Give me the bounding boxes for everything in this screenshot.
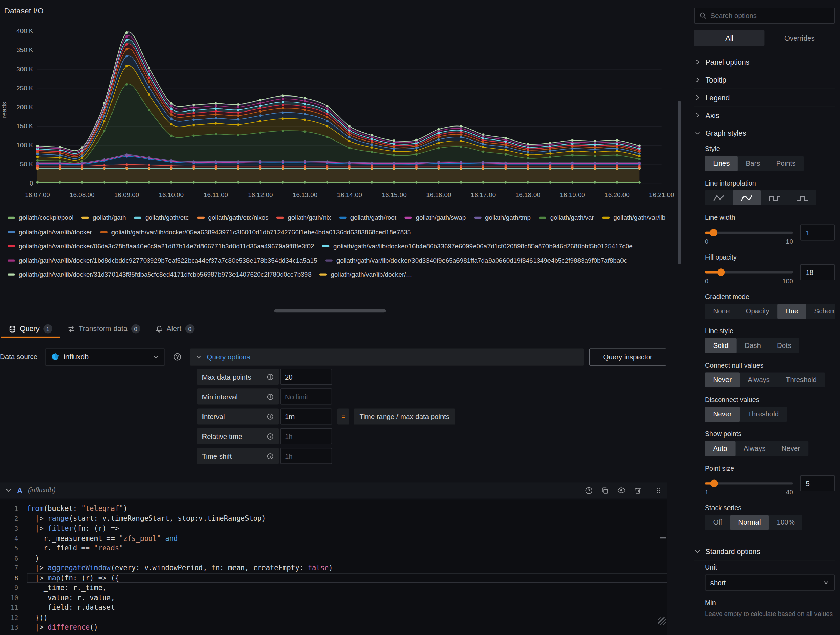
eye-icon[interactable] [617, 486, 625, 494]
legend-item[interactable]: goliath/gath/var/lib/docker/16b4e86b3369… [322, 240, 633, 252]
legend-item[interactable]: goliath/gath/var/lib/docker [8, 226, 92, 238]
code-line[interactable]: 6 ) [0, 553, 668, 563]
slider-track[interactable] [705, 482, 793, 484]
chevron-down-icon [695, 548, 701, 555]
slider-track[interactable] [705, 232, 793, 234]
query-option-input-relative-time[interactable]: 1h [280, 428, 332, 444]
pane-splitter-handle[interactable] [275, 309, 386, 313]
step-before-interpolation-option[interactable] [761, 190, 788, 205]
option-off[interactable]: Off [705, 515, 730, 530]
code-line[interactable]: 8 |> map(fn: (r) => ({ [0, 573, 668, 583]
code-line[interactable]: 1from(bucket: "telegraf") [0, 504, 668, 513]
slider-value-input[interactable]: 5 [801, 475, 835, 491]
option-threshold[interactable]: Threshold [778, 373, 825, 387]
tab-query[interactable]: Query1 [1, 320, 60, 338]
query-inspector-button[interactable]: Query inspector [589, 348, 666, 365]
option-hue[interactable]: Hue [777, 304, 806, 319]
option-none[interactable]: None [705, 304, 738, 319]
select-unit[interactable]: short [705, 575, 835, 591]
query-options-toggle[interactable]: Query options [189, 348, 584, 365]
options-tab-overrides[interactable]: Overrides [764, 30, 835, 46]
slider-handle[interactable] [710, 229, 718, 236]
options-search-box[interactable] [695, 8, 835, 24]
options-tab-all[interactable]: All [695, 30, 765, 46]
section-header-tooltip[interactable]: Tooltip [695, 71, 835, 89]
option-always[interactable]: Always [740, 373, 778, 387]
option-100[interactable]: 100% [769, 515, 802, 530]
legend-item[interactable]: goliath/gath/var/lib/docker/30d3340f9e65… [325, 254, 627, 266]
section-header-axis[interactable]: Axis [695, 107, 835, 125]
left-pane-scrollbar[interactable] [678, 101, 681, 264]
legend-item[interactable]: goliath/gath/etc [134, 212, 189, 224]
legend-item[interactable]: goliath/gath/var/lib [602, 212, 665, 224]
section-header-graph-styles[interactable]: Graph styles [695, 125, 835, 142]
trash-icon[interactable] [634, 486, 642, 494]
legend-item[interactable]: goliath/gath/var [539, 212, 594, 224]
option-opacity[interactable]: Opacity [738, 304, 777, 319]
option-dash[interactable]: Dash [737, 338, 769, 353]
editor-resize-handle[interactable] [658, 617, 666, 626]
step-after-interpolation-option[interactable] [788, 190, 816, 205]
code-line[interactable]: 4 r._measurement == "zfs_pool" and [0, 533, 668, 543]
code-line[interactable]: 5 r._field == "reads" [0, 543, 668, 553]
datasource-picker[interactable]: influxdb [45, 348, 165, 365]
query-option-input-max-data-points[interactable]: 20 [280, 369, 332, 385]
copy-icon[interactable] [601, 486, 609, 494]
section-header-standard-options[interactable]: Standard options [695, 543, 835, 561]
legend-item-clipped[interactable]: goliath/gath/var/lib/docker/… [319, 269, 412, 281]
section-header-panel-options[interactable]: Panel options [695, 54, 835, 71]
code-line[interactable]: 12 })) [0, 613, 668, 623]
tab-transform-data[interactable]: Transform data0 [60, 320, 148, 338]
option-auto[interactable]: Auto [705, 441, 735, 456]
smooth-interpolation-option[interactable] [733, 190, 761, 205]
legend-item[interactable]: goliath/gath/var/lib/docker/1bd8dcbddc92… [8, 254, 317, 266]
legend-item[interactable]: goliath/gath/var/lib/docker/06da3c78b8aa… [8, 240, 314, 252]
question-circle-icon[interactable] [585, 486, 593, 494]
option-lines[interactable]: Lines [705, 156, 738, 171]
legend-item[interactable]: goliath/gath/swap [405, 212, 466, 224]
slider-track[interactable] [705, 271, 793, 273]
slider-value-input[interactable]: 18 [801, 264, 835, 280]
option-threshold[interactable]: Threshold [740, 407, 787, 422]
legend-item[interactable]: goliath/gath/tmp [474, 212, 531, 224]
drag-handle-icon[interactable] [655, 486, 662, 494]
legend-item[interactable]: goliath/gath/var/lib/docker/31d370143f85… [8, 269, 312, 281]
legend-item[interactable]: goliath/gath/nix [276, 212, 331, 224]
option-solid[interactable]: Solid [705, 338, 737, 353]
option-normal[interactable]: Normal [730, 515, 769, 530]
option-always[interactable]: Always [735, 441, 774, 456]
legend-item[interactable]: goliath/gath/root [339, 212, 396, 224]
legend-item[interactable]: goliath/gath/var/lib/docker/05ea63894397… [100, 226, 411, 238]
code-line[interactable]: 13 |> difference() [0, 623, 668, 633]
option-never[interactable]: Never [774, 441, 808, 456]
code-line[interactable]: 7 |> aggregateWindow(every: v.windowPeri… [0, 563, 668, 573]
query-row-header[interactable]: A (influxdb) [0, 482, 668, 498]
tab-alert[interactable]: Alert0 [148, 320, 202, 338]
flux-code-editor[interactable]: 1from(bucket: "telegraf")2 |> range(star… [0, 500, 668, 635]
code-line[interactable]: 3 |> filter(fn: (r) => [0, 523, 668, 533]
section-header-legend[interactable]: Legend [695, 89, 835, 107]
code-line[interactable]: 9 _time: r._time, [0, 583, 668, 593]
datasource-help-button[interactable] [169, 348, 185, 365]
legend-item[interactable]: goliath/gath [82, 212, 126, 224]
options-search-input[interactable] [711, 12, 830, 20]
query-option-input-min-interval[interactable]: No limit [280, 389, 332, 404]
code-line[interactable]: 2 |> range(start: v.timeRangeStart, stop… [0, 513, 668, 523]
option-dots[interactable]: Dots [769, 338, 799, 353]
code-line[interactable]: 10 _value: r._value, [0, 593, 668, 603]
slider-value-input[interactable]: 1 [801, 224, 835, 240]
option-scheme[interactable]: Scheme [806, 304, 835, 319]
slider-handle[interactable] [710, 480, 718, 487]
legend-item[interactable]: goliath/gath/etc/nixos [197, 212, 268, 224]
legend-item[interactable]: goliath/cockpit/pool [8, 212, 73, 224]
option-never[interactable]: Never [705, 407, 740, 422]
option-never[interactable]: Never [705, 373, 740, 387]
code-line[interactable]: 11 _field: r.dataset [0, 603, 668, 613]
linear-interpolation-option[interactable] [705, 190, 733, 205]
query-option-input-interval[interactable]: 1m [280, 408, 332, 424]
radio-group-connect-null-values: NeverAlwaysThreshold [705, 373, 825, 387]
option-points[interactable]: Points [768, 156, 804, 171]
query-option-input-time-shift[interactable]: 1h [280, 448, 332, 464]
slider-handle[interactable] [717, 269, 725, 276]
option-bars[interactable]: Bars [738, 156, 768, 171]
